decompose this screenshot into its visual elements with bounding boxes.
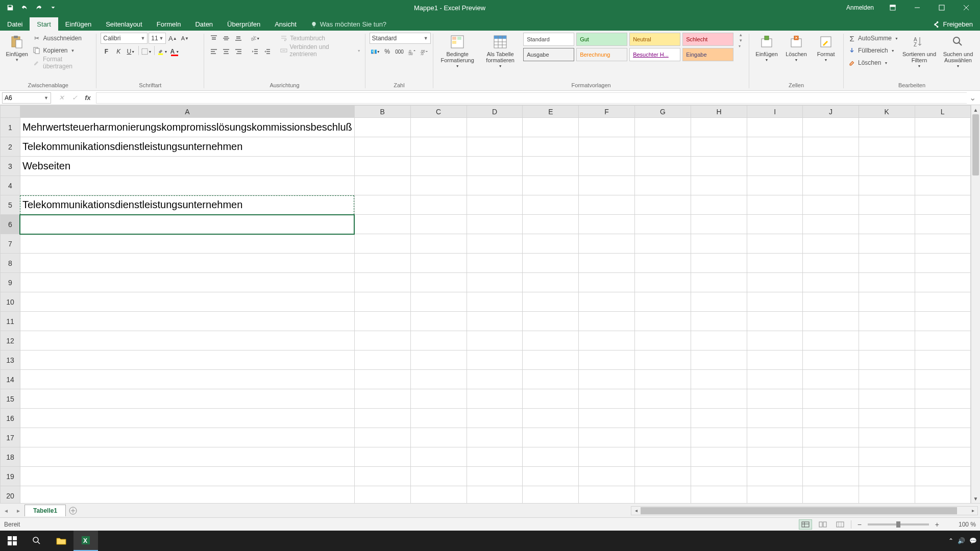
cell[interactable] (20, 370, 354, 389)
cell[interactable] (859, 234, 915, 254)
font-size-dropdown[interactable]: 11▼ (149, 33, 166, 44)
cell[interactable] (915, 428, 971, 447)
add-sheet-button[interactable] (66, 505, 80, 517)
cell[interactable] (20, 389, 354, 409)
tab-layout[interactable]: Seitenlayout (99, 17, 150, 31)
cell[interactable] (467, 195, 523, 215)
cell[interactable] (354, 234, 410, 254)
cell[interactable] (859, 409, 915, 428)
cell[interactable] (691, 428, 747, 447)
cell[interactable] (859, 486, 915, 504)
cell[interactable] (634, 137, 691, 157)
increase-font-icon[interactable]: A▲ (167, 33, 178, 44)
cell[interactable] (803, 312, 859, 331)
decrease-decimal-icon[interactable]: ,00,0 (419, 46, 430, 57)
cell[interactable] (523, 312, 579, 331)
cell[interactable] (803, 195, 859, 215)
cell[interactable] (915, 215, 971, 234)
cell[interactable] (354, 215, 410, 234)
row-header[interactable]: 9 (1, 273, 20, 292)
horizontal-scrollbar[interactable]: ◂ ▸ (631, 506, 978, 515)
row-header[interactable]: 4 (1, 176, 20, 195)
cell[interactable] (467, 118, 523, 137)
cell[interactable] (803, 176, 859, 195)
cell[interactable] (634, 409, 691, 428)
cell[interactable] (523, 331, 579, 350)
cell[interactable] (803, 273, 859, 292)
row-header[interactable]: 2 (1, 137, 20, 157)
cell[interactable] (410, 254, 467, 273)
scroll-down-icon[interactable]: ▼ (971, 494, 980, 503)
cell[interactable] (467, 215, 523, 234)
paste-button[interactable]: Einfügen ▼ (4, 33, 30, 63)
cell[interactable] (523, 447, 579, 467)
cell[interactable] (859, 389, 915, 409)
conditional-formatting-button[interactable]: Bedingte Formatierung▼ (437, 33, 477, 68)
cell[interactable] (691, 447, 747, 467)
cell[interactable] (915, 389, 971, 409)
cell[interactable] (747, 467, 802, 486)
save-icon[interactable] (4, 2, 16, 14)
minimize-icon[interactable] (905, 0, 929, 15)
row-header[interactable]: 17 (1, 428, 20, 447)
cell[interactable] (410, 176, 467, 195)
cell[interactable]: Telekommunikationsdienstleistungsunterne… (20, 195, 354, 215)
cell[interactable] (410, 273, 467, 292)
cell[interactable] (859, 195, 915, 215)
select-all-corner[interactable] (1, 106, 20, 118)
font-color-button[interactable]: A▼ (169, 46, 180, 57)
cell[interactable] (523, 234, 579, 254)
cell[interactable] (859, 331, 915, 350)
fill-button[interactable]: Füllbereich▼ (848, 45, 898, 56)
cell[interactable] (523, 215, 579, 234)
cell[interactable] (691, 331, 747, 350)
cell[interactable] (467, 234, 523, 254)
cell[interactable]: Mehrwertsteuerharmonierungskompromisslös… (20, 118, 354, 137)
tab-start[interactable]: Start (30, 17, 58, 31)
zoom-percent[interactable]: 100 % (945, 521, 976, 528)
cell[interactable] (523, 292, 579, 312)
cell[interactable] (691, 409, 747, 428)
cell[interactable] (859, 370, 915, 389)
cell[interactable] (747, 370, 802, 389)
cell[interactable] (915, 486, 971, 504)
cell[interactable] (859, 273, 915, 292)
cell[interactable] (410, 370, 467, 389)
cell[interactable] (747, 118, 802, 137)
cell[interactable] (915, 447, 971, 467)
row-header[interactable]: 6 (1, 215, 20, 234)
cell[interactable] (747, 292, 802, 312)
cell[interactable] (634, 389, 691, 409)
cell[interactable] (634, 428, 691, 447)
row-header[interactable]: 10 (1, 292, 20, 312)
cell[interactable] (579, 118, 635, 137)
cell[interactable] (915, 292, 971, 312)
cell[interactable] (523, 118, 579, 137)
cell[interactable] (579, 176, 635, 195)
cell[interactable] (747, 176, 802, 195)
redo-icon[interactable] (33, 2, 45, 14)
bold-button[interactable]: F (101, 46, 112, 57)
cell[interactable] (634, 254, 691, 273)
cell[interactable] (354, 312, 410, 331)
cell[interactable] (523, 370, 579, 389)
column-header[interactable]: J (803, 106, 859, 118)
cell-style-standard[interactable]: Standard (523, 33, 574, 46)
start-button[interactable] (0, 531, 24, 551)
cell[interactable] (915, 234, 971, 254)
cell[interactable] (20, 447, 354, 467)
italic-button[interactable]: K (113, 46, 124, 57)
cell[interactable] (691, 273, 747, 292)
cell[interactable] (915, 157, 971, 176)
cell[interactable] (20, 254, 354, 273)
cell[interactable] (467, 350, 523, 370)
cell[interactable] (859, 137, 915, 157)
cell[interactable] (747, 350, 802, 370)
cell[interactable] (410, 409, 467, 428)
cell[interactable] (859, 157, 915, 176)
cell[interactable] (20, 234, 354, 254)
cell[interactable] (523, 467, 579, 486)
cell[interactable] (915, 137, 971, 157)
cell[interactable] (803, 254, 859, 273)
decrease-indent-icon[interactable] (249, 46, 260, 57)
